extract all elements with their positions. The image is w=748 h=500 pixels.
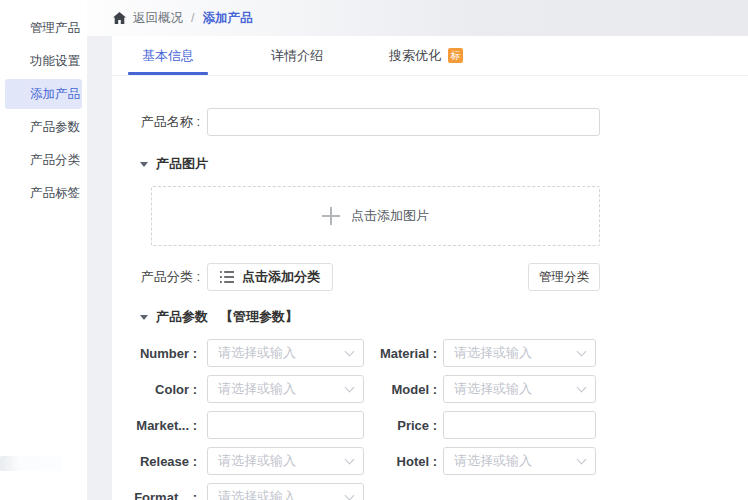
param-cell: Format... :请选择或输入 xyxy=(112,483,364,500)
param-label-material: Material : xyxy=(364,346,437,361)
chevron-down-icon xyxy=(345,454,355,464)
product-form: 产品名称 : 产品图片 点击添加图片 产品分类 : xyxy=(112,76,748,500)
param-input-field-market[interactable] xyxy=(218,418,353,433)
content-card: 基本信息详情介绍搜索优化标 产品名称 : 产品图片 点击添加图片 产品分类 : xyxy=(112,36,748,500)
param-row: Color :请选择或输入Model :请选择或输入 xyxy=(112,375,748,403)
param-label-hotel: Hotel : xyxy=(364,454,437,469)
sidebar-item-1[interactable]: 功能设置 xyxy=(5,46,82,76)
param-select-material[interactable]: 请选择或输入 xyxy=(443,339,596,367)
param-select-format[interactable]: 请选择或输入 xyxy=(207,483,364,500)
param-row: Format... :请选择或输入 xyxy=(112,483,748,500)
add-category-label: 点击添加分类 xyxy=(242,268,320,286)
chevron-down-icon xyxy=(345,346,355,356)
param-label-format: Format... : xyxy=(112,490,197,500)
upload-hint-label: 点击添加图片 xyxy=(351,207,429,225)
collapse-caret-icon[interactable] xyxy=(140,162,148,167)
param-select-color[interactable]: 请选择或输入 xyxy=(207,375,364,403)
product-name-input[interactable] xyxy=(207,108,600,136)
param-cell: Price : xyxy=(364,411,596,439)
param-input-market[interactable] xyxy=(207,411,364,439)
breadcrumb-back-link[interactable]: 返回概况 xyxy=(133,10,183,27)
param-label-model: Model : xyxy=(364,382,437,397)
product-category-label: 产品分类 : xyxy=(112,268,200,286)
param-input-field-price[interactable] xyxy=(454,418,585,433)
chevron-down-icon xyxy=(345,490,355,500)
home-icon[interactable] xyxy=(113,12,126,24)
param-cell: Release :请选择或输入 xyxy=(112,447,364,475)
chevron-down-icon xyxy=(577,382,587,392)
add-image-dropzone[interactable]: 点击添加图片 xyxy=(151,186,600,246)
product-name-label: 产品名称 : xyxy=(112,113,200,131)
manage-params-link[interactable]: 【管理参数】 xyxy=(220,308,298,326)
sidebar-item-2[interactable]: 添加产品 xyxy=(5,79,82,109)
chevron-down-icon xyxy=(577,454,587,464)
param-cell: Model :请选择或输入 xyxy=(364,375,596,403)
param-select-model[interactable]: 请选择或输入 xyxy=(443,375,596,403)
param-row: Market... :Price : xyxy=(112,411,748,439)
select-placeholder: 请选择或输入 xyxy=(454,380,532,398)
param-row: Number :请选择或输入Material :请选择或输入 xyxy=(112,339,748,367)
select-placeholder: 请选择或输入 xyxy=(218,344,296,362)
param-label-market: Market... : xyxy=(112,418,197,433)
param-cell: Material :请选择或输入 xyxy=(364,339,596,367)
tab-2[interactable]: 搜索优化标 xyxy=(386,36,466,75)
product-images-section-header: 产品图片 xyxy=(140,155,748,173)
list-icon xyxy=(220,271,234,283)
product-name-row: 产品名称 : xyxy=(112,108,748,136)
product-params-section-header: 产品参数 【管理参数】 xyxy=(140,308,748,326)
param-label-release: Release : xyxy=(112,454,197,469)
product-images-label: 产品图片 xyxy=(156,155,208,173)
select-placeholder: 请选择或输入 xyxy=(218,452,296,470)
product-params-label: 产品参数 xyxy=(156,308,208,326)
param-label-number: Number : xyxy=(112,346,197,361)
param-cell: Number :请选择或输入 xyxy=(112,339,364,367)
select-placeholder: 请选择或输入 xyxy=(218,380,296,398)
tab-badge: 标 xyxy=(448,48,463,63)
param-row: Release :请选择或输入Hotel :请选择或输入 xyxy=(112,447,748,475)
select-placeholder: 请选择或输入 xyxy=(454,452,532,470)
sidebar-item-0[interactable]: 管理产品 xyxy=(5,13,82,43)
breadcrumb-current: 添加产品 xyxy=(202,10,252,27)
sidebar-item-3[interactable]: 产品参数 xyxy=(5,112,82,142)
tab-0[interactable]: 基本信息 xyxy=(128,36,208,75)
collapse-caret-icon[interactable] xyxy=(140,315,148,320)
breadcrumb-separator: / xyxy=(191,11,194,25)
breadcrumb: 返回概况 / 添加产品 xyxy=(87,0,748,36)
sidebar: 管理产品功能设置添加产品产品参数产品分类产品标签 xyxy=(0,0,87,500)
product-params-grid: Number :请选择或输入Material :请选择或输入Color :请选择… xyxy=(112,339,748,500)
plus-icon xyxy=(322,207,340,225)
status-tooltip xyxy=(0,456,62,471)
product-category-row: 产品分类 : 点击添加分类 管理分类 xyxy=(112,263,600,291)
tab-1[interactable]: 详情介绍 xyxy=(257,36,337,75)
select-placeholder: 请选择或输入 xyxy=(454,344,532,362)
sidebar-item-4[interactable]: 产品分类 xyxy=(5,145,82,175)
param-cell: Hotel :请选择或输入 xyxy=(364,447,596,475)
tab-label: 详情介绍 xyxy=(271,47,323,65)
add-category-button[interactable]: 点击添加分类 xyxy=(207,263,333,291)
param-select-release[interactable]: 请选择或输入 xyxy=(207,447,364,475)
param-select-hotel[interactable]: 请选择或输入 xyxy=(443,447,596,475)
tab-label: 基本信息 xyxy=(142,47,194,65)
param-label-color: Color : xyxy=(112,382,197,397)
tab-label: 搜索优化 xyxy=(389,47,441,65)
sidebar-item-5[interactable]: 产品标签 xyxy=(5,178,82,208)
param-cell: Color :请选择或输入 xyxy=(112,375,364,403)
param-input-price[interactable] xyxy=(443,411,596,439)
chevron-down-icon xyxy=(345,382,355,392)
select-placeholder: 请选择或输入 xyxy=(218,488,296,500)
manage-category-button[interactable]: 管理分类 xyxy=(528,263,600,291)
chevron-down-icon xyxy=(577,346,587,356)
param-select-number[interactable]: 请选择或输入 xyxy=(207,339,364,367)
tab-bar: 基本信息详情介绍搜索优化标 xyxy=(112,36,748,76)
param-label-price: Price : xyxy=(364,418,437,433)
param-cell: Market... : xyxy=(112,411,364,439)
